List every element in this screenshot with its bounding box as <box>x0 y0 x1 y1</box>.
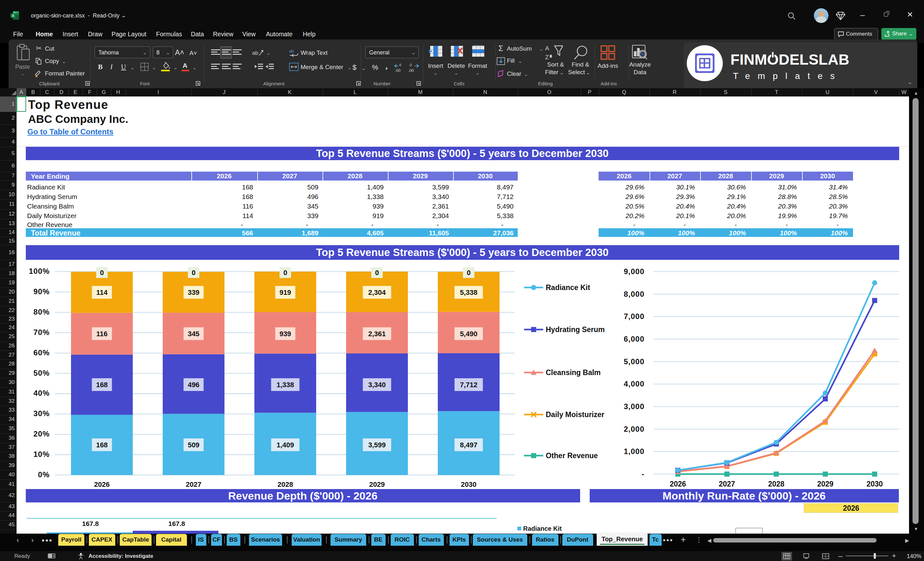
svg-text:100%: 100% <box>29 267 50 275</box>
svg-text:339: 339 <box>188 288 200 296</box>
svg-text:116: 116 <box>96 330 108 338</box>
svg-text:Daily Moisturizer: Daily Moisturizer <box>546 410 604 418</box>
svg-text:0: 0 <box>284 269 287 277</box>
svg-text:0: 0 <box>467 269 471 277</box>
svg-text:2026: 2026 <box>670 480 686 488</box>
svg-text:3,340: 3,340 <box>368 381 386 389</box>
svg-text:2027: 2027 <box>718 480 735 488</box>
svg-text:0: 0 <box>192 269 195 277</box>
svg-text:8,000: 8,000 <box>624 290 645 298</box>
svg-text:60%: 60% <box>33 348 50 357</box>
svg-text:6,000: 6,000 <box>624 334 645 343</box>
svg-text:30%: 30% <box>33 409 50 418</box>
svg-text:919: 919 <box>279 288 291 296</box>
svg-text:70%: 70% <box>33 328 50 336</box>
svg-text:10%: 10% <box>33 450 50 459</box>
svg-text:1,000: 1,000 <box>624 447 645 456</box>
svg-text:7,712: 7,712 <box>460 381 477 389</box>
svg-text:50%: 50% <box>33 369 50 377</box>
svg-text:2028: 2028 <box>278 480 293 488</box>
svg-text:20%: 20% <box>33 429 50 438</box>
svg-text:345: 345 <box>188 330 200 338</box>
svg-text:5,338: 5,338 <box>460 288 477 296</box>
svg-text:114: 114 <box>96 288 108 296</box>
svg-text:Hydrating Serum: Hydrating Serum <box>546 326 604 334</box>
svg-text:Other Revenue: Other Revenue <box>546 452 598 460</box>
svg-text:2,361: 2,361 <box>368 330 386 338</box>
svg-text:Cleansing Balm: Cleansing Balm <box>546 368 601 376</box>
svg-text:90%: 90% <box>33 287 50 296</box>
svg-text:2029: 2029 <box>817 480 833 488</box>
svg-text:7,000: 7,000 <box>624 312 645 321</box>
svg-text:168: 168 <box>96 381 108 389</box>
svg-text:2,304: 2,304 <box>368 288 386 296</box>
svg-text:Radiance Kit: Radiance Kit <box>546 284 590 292</box>
svg-text:0: 0 <box>100 269 104 277</box>
svg-text:168: 168 <box>96 441 108 449</box>
svg-text:2,000: 2,000 <box>624 425 645 434</box>
svg-text:80%: 80% <box>33 308 50 316</box>
svg-text:5,490: 5,490 <box>460 330 477 338</box>
svg-text:0: 0 <box>375 269 379 277</box>
svg-text:2030: 2030 <box>461 480 477 488</box>
svg-text:8,497: 8,497 <box>460 441 477 449</box>
svg-text:5,000: 5,000 <box>624 357 645 366</box>
svg-text:2027: 2027 <box>186 480 201 488</box>
svg-text:2028: 2028 <box>768 480 784 488</box>
svg-text:496: 496 <box>188 381 200 389</box>
svg-text:2029: 2029 <box>369 480 385 488</box>
svg-text:2026: 2026 <box>94 480 110 488</box>
svg-text:3,599: 3,599 <box>368 441 386 449</box>
svg-text:2030: 2030 <box>866 480 883 488</box>
svg-text:1,338: 1,338 <box>276 381 294 389</box>
svg-text:939: 939 <box>279 330 291 338</box>
svg-text:1,409: 1,409 <box>276 441 294 449</box>
svg-text:40%: 40% <box>33 389 50 398</box>
svg-text:0%: 0% <box>38 470 50 479</box>
svg-text:4,000: 4,000 <box>624 380 645 388</box>
svg-text:509: 509 <box>188 441 200 449</box>
svg-text:-: - <box>642 470 645 478</box>
svg-text:3,000: 3,000 <box>624 402 645 411</box>
svg-text:9,000: 9,000 <box>624 267 645 276</box>
